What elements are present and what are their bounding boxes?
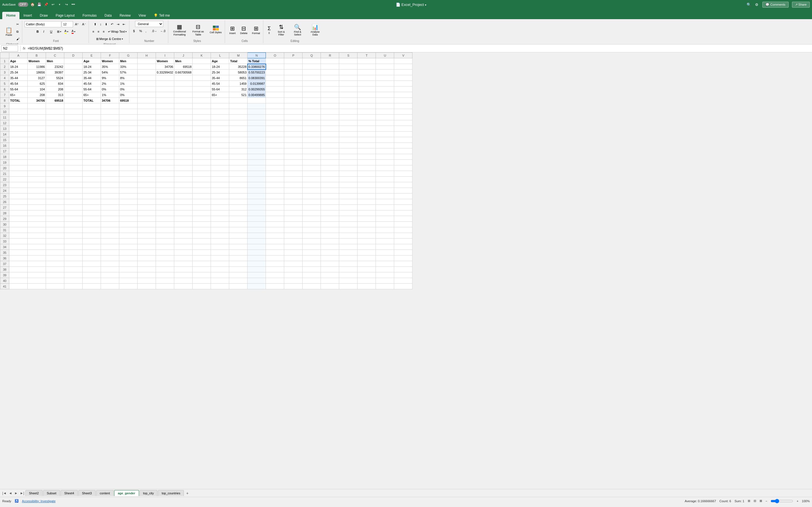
col-header-F[interactable]: F bbox=[101, 53, 119, 58]
sheet-nav-next[interactable]: ► bbox=[13, 491, 19, 496]
cell-F17[interactable] bbox=[101, 149, 119, 154]
cell-S1[interactable] bbox=[339, 58, 357, 64]
cell-L17[interactable] bbox=[211, 149, 229, 154]
cell-U11[interactable] bbox=[376, 115, 394, 120]
cell-L6[interactable]: 55-64 bbox=[211, 87, 229, 92]
cell-S32[interactable] bbox=[339, 233, 357, 238]
cell-Q30[interactable] bbox=[303, 222, 321, 227]
cell-P24[interactable] bbox=[284, 188, 303, 193]
row-number[interactable]: 28 bbox=[0, 210, 9, 216]
col-header-K[interactable]: K bbox=[193, 53, 211, 58]
cell-U5[interactable] bbox=[376, 81, 394, 87]
cell-T11[interactable] bbox=[357, 115, 376, 120]
row-number[interactable]: 37 bbox=[0, 261, 9, 267]
cell-P41[interactable] bbox=[284, 284, 303, 289]
cell-H17[interactable] bbox=[138, 149, 156, 154]
cell-F1[interactable]: Women bbox=[101, 58, 119, 64]
cell-T13[interactable] bbox=[357, 126, 376, 131]
cell-R28[interactable] bbox=[321, 210, 339, 216]
cell-A14[interactable] bbox=[9, 131, 28, 137]
cell-H34[interactable] bbox=[138, 244, 156, 250]
row-number[interactable]: 35 bbox=[0, 250, 9, 256]
cell-V28[interactable] bbox=[394, 210, 412, 216]
cell-S18[interactable] bbox=[339, 154, 357, 160]
cell-E5[interactable]: 45-54 bbox=[83, 81, 101, 87]
cell-K12[interactable] bbox=[193, 120, 211, 126]
cell-I40[interactable] bbox=[156, 278, 174, 284]
indent-increase-button[interactable]: ⇥ bbox=[115, 21, 121, 27]
borders-button[interactable]: ⊞▾ bbox=[56, 28, 63, 35]
cell-Q17[interactable] bbox=[303, 149, 321, 154]
cell-D38[interactable] bbox=[64, 267, 83, 272]
cell-I39[interactable] bbox=[156, 272, 174, 278]
cell-E10[interactable] bbox=[83, 109, 101, 115]
cell-V27[interactable] bbox=[394, 205, 412, 210]
cell-T23[interactable] bbox=[357, 182, 376, 188]
cell-K34[interactable] bbox=[193, 244, 211, 250]
cell-L30[interactable] bbox=[211, 222, 229, 227]
cell-P11[interactable] bbox=[284, 115, 303, 120]
cell-L27[interactable] bbox=[211, 205, 229, 210]
cell-B7[interactable]: 208 bbox=[28, 92, 46, 98]
cell-K38[interactable] bbox=[193, 267, 211, 272]
cell-C3[interactable]: 39397 bbox=[46, 69, 64, 75]
cell-B5[interactable]: 625 bbox=[28, 81, 46, 87]
cell-C12[interactable] bbox=[46, 120, 64, 126]
cell-V12[interactable] bbox=[394, 120, 412, 126]
cell-N39[interactable] bbox=[248, 272, 266, 278]
cell-A2[interactable]: 18-24 bbox=[9, 64, 28, 69]
cell-I5[interactable] bbox=[156, 81, 174, 87]
cell-L18[interactable] bbox=[211, 154, 229, 160]
cell-J36[interactable] bbox=[174, 256, 193, 261]
cell-R33[interactable] bbox=[321, 238, 339, 244]
cell-V20[interactable] bbox=[394, 165, 412, 171]
cell-D28[interactable] bbox=[64, 210, 83, 216]
cell-B12[interactable] bbox=[28, 120, 46, 126]
row-number[interactable]: 34 bbox=[0, 244, 9, 250]
cell-P9[interactable] bbox=[284, 103, 303, 109]
cell-O7[interactable] bbox=[266, 92, 284, 98]
cell-V5[interactable] bbox=[394, 81, 412, 87]
cell-M22[interactable] bbox=[229, 177, 248, 182]
cell-F37[interactable] bbox=[101, 261, 119, 267]
cell-N28[interactable] bbox=[248, 210, 266, 216]
cell-O2[interactable] bbox=[266, 64, 284, 69]
cell-C31[interactable] bbox=[46, 227, 64, 233]
align-top-button[interactable]: ⬆ bbox=[93, 21, 98, 27]
cell-A26[interactable] bbox=[9, 199, 28, 205]
cell-P13[interactable] bbox=[284, 126, 303, 131]
cell-H10[interactable] bbox=[138, 109, 156, 115]
cell-J30[interactable] bbox=[174, 222, 193, 227]
cell-B21[interactable] bbox=[28, 171, 46, 177]
cell-P3[interactable] bbox=[284, 69, 303, 75]
cell-F19[interactable] bbox=[101, 160, 119, 165]
cell-R20[interactable] bbox=[321, 165, 339, 171]
cell-H29[interactable] bbox=[138, 216, 156, 222]
cell-C36[interactable] bbox=[46, 256, 64, 261]
cell-P6[interactable] bbox=[284, 87, 303, 92]
cell-B9[interactable] bbox=[28, 103, 46, 109]
cell-R23[interactable] bbox=[321, 182, 339, 188]
cell-L26[interactable] bbox=[211, 199, 229, 205]
cell-P31[interactable] bbox=[284, 227, 303, 233]
cell-H33[interactable] bbox=[138, 238, 156, 244]
cell-R27[interactable] bbox=[321, 205, 339, 210]
cell-M12[interactable] bbox=[229, 120, 248, 126]
cell-R3[interactable] bbox=[321, 69, 339, 75]
cell-N29[interactable] bbox=[248, 216, 266, 222]
cell-M19[interactable] bbox=[229, 160, 248, 165]
cell-K10[interactable] bbox=[193, 109, 211, 115]
cell-E3[interactable]: 25-34 bbox=[83, 69, 101, 75]
cell-C1[interactable]: Men bbox=[46, 58, 64, 64]
cell-B36[interactable] bbox=[28, 256, 46, 261]
cell-M8[interactable] bbox=[229, 98, 248, 103]
cell-D15[interactable] bbox=[64, 137, 83, 143]
cell-C28[interactable] bbox=[46, 210, 64, 216]
sort-filter-button[interactable]: ⇅ Sort & Filter bbox=[273, 21, 289, 39]
cell-S36[interactable] bbox=[339, 256, 357, 261]
cell-U29[interactable] bbox=[376, 216, 394, 222]
cell-A34[interactable] bbox=[9, 244, 28, 250]
cell-I38[interactable] bbox=[156, 267, 174, 272]
cell-E33[interactable] bbox=[83, 238, 101, 244]
cell-B11[interactable] bbox=[28, 115, 46, 120]
